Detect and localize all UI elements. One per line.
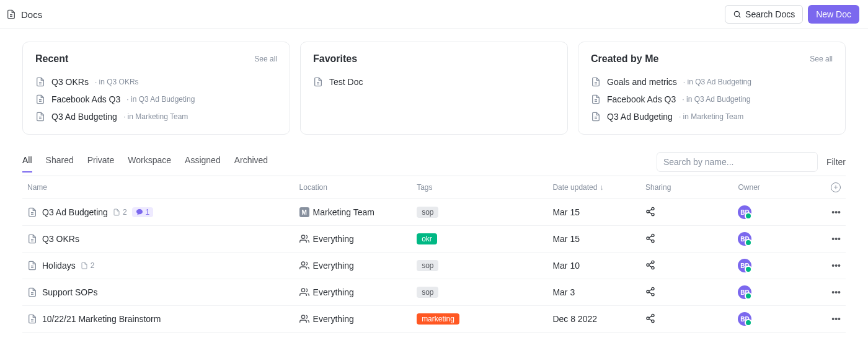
date-updated: Mar 15 bbox=[547, 226, 640, 253]
svg-line-32 bbox=[649, 236, 652, 238]
breadcrumb[interactable]: Docs bbox=[6, 9, 42, 20]
filter-button[interactable]: Filter bbox=[826, 157, 846, 167]
share-icon bbox=[645, 287, 655, 297]
tag[interactable]: sop bbox=[417, 207, 438, 218]
sharing-button[interactable] bbox=[645, 233, 655, 245]
row-actions[interactable]: ••• bbox=[826, 226, 846, 253]
th-sharing[interactable]: Sharing bbox=[640, 176, 733, 199]
row-actions[interactable]: ••• bbox=[826, 306, 846, 333]
doc-item[interactable]: Facebook Ads Q3 · in Q3 Ad Budgeting bbox=[35, 91, 277, 108]
table-row[interactable]: Support SOPsEverythingsopMar 3BD••• bbox=[22, 279, 846, 306]
date-updated: Mar 15 bbox=[547, 199, 640, 226]
share-icon bbox=[645, 233, 655, 243]
location[interactable]: Everything bbox=[313, 234, 354, 244]
doc-item[interactable]: Facebook Ads Q3 · in Q3 Ad Budgeting bbox=[591, 91, 833, 108]
row-actions[interactable]: ••• bbox=[826, 279, 846, 306]
th-add[interactable]: + bbox=[826, 176, 846, 199]
doc-name: Support SOPs bbox=[42, 287, 98, 297]
doc-icon bbox=[591, 112, 601, 122]
tab-private[interactable]: Private bbox=[87, 155, 115, 172]
svg-point-37 bbox=[647, 264, 649, 266]
svg-point-27 bbox=[301, 235, 304, 238]
comment-count[interactable]: 1 bbox=[132, 207, 154, 217]
doc-icon bbox=[81, 262, 88, 269]
row-actions[interactable]: ••• bbox=[826, 253, 846, 279]
location[interactable]: Everything bbox=[313, 287, 354, 297]
owner-avatar[interactable]: BD bbox=[738, 285, 751, 299]
share-icon bbox=[645, 207, 655, 217]
doc-item[interactable]: Goals and metrics · in Q3 Ad Budgeting bbox=[591, 73, 833, 91]
doc-icon bbox=[591, 77, 601, 87]
tag[interactable]: okr bbox=[417, 233, 437, 244]
doc-item[interactable]: Q3 OKRs · in Q3 OKRs bbox=[35, 73, 277, 91]
date-updated: Dec 8 2022 bbox=[547, 306, 640, 333]
owner-avatar[interactable]: BD bbox=[738, 232, 751, 246]
doc-item[interactable]: Q3 Ad Budgeting · in Marketing Team bbox=[591, 108, 833, 125]
doc-icon bbox=[27, 207, 37, 217]
recent-see-all[interactable]: See all bbox=[254, 55, 277, 63]
location[interactable]: Marketing Team bbox=[313, 207, 374, 217]
doc-crumb: · in Marketing Team bbox=[679, 112, 744, 121]
th-date[interactable]: Date updated↓ bbox=[547, 176, 640, 199]
content: Recent See all Q3 OKRs · in Q3 OKRsFaceb… bbox=[0, 29, 868, 345]
subdoc-count: 2 bbox=[81, 261, 95, 270]
new-doc-button[interactable]: New Doc bbox=[808, 5, 859, 24]
sharing-button[interactable] bbox=[645, 260, 655, 272]
date-updated: Mar 3 bbox=[547, 279, 640, 306]
doc-icon bbox=[113, 208, 120, 216]
sharing-button[interactable] bbox=[645, 207, 655, 218]
th-owner[interactable]: Owner bbox=[733, 176, 825, 199]
search-input[interactable] bbox=[657, 152, 818, 172]
doc-name: Q3 OKRs bbox=[51, 77, 89, 87]
doc-name: Q3 Ad Budgeting bbox=[42, 207, 108, 217]
location[interactable]: Everything bbox=[313, 261, 354, 271]
tab-all[interactable]: All bbox=[22, 155, 32, 172]
share-icon bbox=[645, 260, 655, 270]
favorites-title: Favorites bbox=[313, 53, 357, 65]
people-icon bbox=[299, 234, 309, 244]
doc-icon bbox=[35, 77, 45, 87]
svg-point-45 bbox=[647, 290, 649, 293]
svg-point-28 bbox=[652, 234, 654, 236]
created-see-all[interactable]: See all bbox=[810, 55, 833, 63]
doc-item[interactable]: Q3 Ad Budgeting · in Marketing Team bbox=[35, 108, 277, 125]
owner-avatar[interactable]: BD bbox=[738, 205, 751, 219]
th-name[interactable]: Name bbox=[22, 176, 294, 199]
topbar: Docs Search Docs New Doc bbox=[0, 0, 868, 29]
tab-archived[interactable]: Archived bbox=[234, 155, 268, 172]
doc-item[interactable]: Test Doc bbox=[313, 73, 555, 91]
svg-point-29 bbox=[647, 237, 649, 240]
tag[interactable]: sop bbox=[417, 260, 438, 271]
svg-line-3 bbox=[739, 16, 741, 18]
table-row[interactable]: Holidays 2EverythingsopMar 10BD••• bbox=[22, 253, 846, 279]
th-tags[interactable]: Tags bbox=[412, 176, 547, 199]
th-location[interactable]: Location bbox=[294, 176, 412, 199]
comment-icon bbox=[136, 208, 143, 216]
svg-line-23 bbox=[649, 212, 652, 214]
location[interactable]: Everything bbox=[313, 314, 354, 324]
doc-icon bbox=[35, 94, 45, 104]
tag[interactable]: sop bbox=[417, 287, 438, 298]
svg-point-22 bbox=[652, 213, 654, 215]
svg-point-21 bbox=[647, 210, 649, 213]
tab-workspace[interactable]: Workspace bbox=[128, 155, 171, 172]
table-row[interactable]: Q3 Ad Budgeting 2 1MMarketing TeamsopMar… bbox=[22, 199, 846, 226]
sharing-button[interactable] bbox=[645, 313, 655, 325]
sharing-button[interactable] bbox=[645, 287, 655, 298]
owner-avatar[interactable]: BD bbox=[738, 312, 751, 326]
row-actions[interactable]: ••• bbox=[826, 199, 846, 226]
search-docs-button[interactable]: Search Docs bbox=[725, 5, 803, 24]
table-row[interactable]: Q3 OKRsEverythingokrMar 15BD••• bbox=[22, 226, 846, 253]
tag[interactable]: marketing bbox=[417, 313, 459, 325]
table-row[interactable]: 10/22/21 Marketing BrainstormEverythingm… bbox=[22, 306, 846, 333]
created-title: Created by Me bbox=[591, 53, 658, 65]
doc-icon bbox=[27, 261, 37, 271]
svg-line-56 bbox=[649, 316, 652, 318]
recent-title: Recent bbox=[35, 53, 68, 65]
tab-shared[interactable]: Shared bbox=[46, 155, 74, 172]
tab-assigned[interactable]: Assigned bbox=[185, 155, 221, 172]
doc-name: Goals and metrics bbox=[607, 77, 677, 87]
doc-crumb: · in Q3 Ad Budgeting bbox=[682, 95, 750, 104]
owner-avatar[interactable]: BD bbox=[738, 259, 751, 272]
sort-desc-icon: ↓ bbox=[600, 183, 603, 192]
